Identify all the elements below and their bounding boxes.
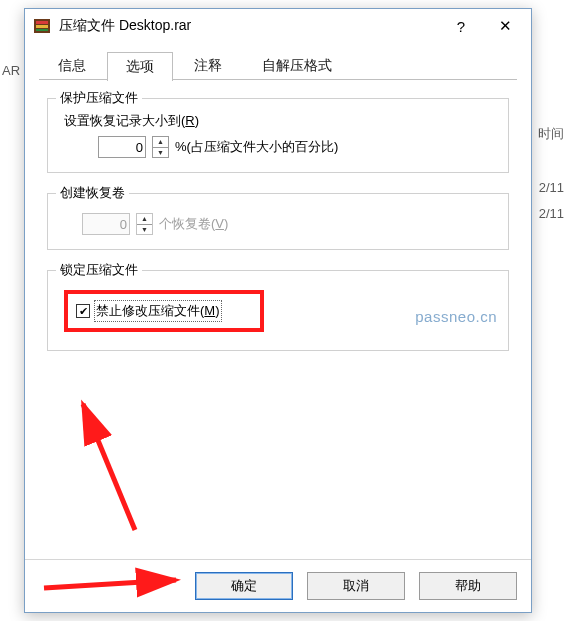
- group-protect-archive: 保护压缩文件 设置恢复记录大小到(R) ▲▼ %(占压缩文件大小的百分比): [47, 98, 509, 173]
- svg-rect-2: [36, 25, 48, 28]
- background-date-rows: 2/11 2/11: [539, 175, 564, 227]
- tab-options[interactable]: 选项: [107, 52, 173, 81]
- svg-rect-1: [36, 21, 48, 24]
- close-button[interactable]: ✕: [483, 11, 527, 41]
- group-title-recovery: 创建恢复卷: [56, 184, 129, 202]
- tab-content: 保护压缩文件 设置恢复记录大小到(R) ▲▼ %(占压缩文件大小的百分比) 创建…: [25, 80, 531, 559]
- group-lock-archive: 锁定压缩文件 ✔ 禁止修改压缩文件(M): [47, 270, 509, 351]
- ok-button[interactable]: 确定: [195, 572, 293, 600]
- cancel-button[interactable]: 取消: [307, 572, 405, 600]
- lock-archive-checkbox[interactable]: ✔: [76, 304, 90, 318]
- group-recovery-volumes: 创建恢复卷 ▲▼ 个恢复卷(V): [47, 193, 509, 250]
- svg-rect-3: [36, 29, 48, 31]
- dialog-title: 压缩文件 Desktop.rar: [59, 17, 439, 35]
- winrar-icon: [33, 17, 51, 35]
- help-button[interactable]: ?: [439, 11, 483, 41]
- svg-line-4: [83, 404, 135, 530]
- highlight-red-box: ✔ 禁止修改压缩文件(M): [64, 290, 264, 332]
- tab-strip: 信息 选项 注释 自解压格式: [25, 43, 531, 80]
- recovery-record-suffix: %(占压缩文件大小的百分比): [175, 138, 338, 156]
- group-title-protect: 保护压缩文件: [56, 89, 142, 107]
- dialog-button-row: 确定 取消 帮助: [25, 559, 531, 612]
- title-bar: 压缩文件 Desktop.rar ? ✕: [25, 9, 531, 43]
- tab-comment[interactable]: 注释: [175, 51, 241, 80]
- lock-archive-label[interactable]: 禁止修改压缩文件(M): [96, 302, 220, 320]
- recovery-volumes-input: [82, 213, 130, 235]
- recovery-volumes-spinner: ▲▼: [136, 213, 153, 235]
- tab-sfx[interactable]: 自解压格式: [243, 51, 351, 80]
- archive-properties-dialog: 压缩文件 Desktop.rar ? ✕ 信息 选项 注释 自解压格式 保护压缩…: [24, 8, 532, 613]
- help-button-bottom[interactable]: 帮助: [419, 572, 517, 600]
- background-column-header: 时间: [538, 125, 564, 143]
- recovery-record-input[interactable]: [98, 136, 146, 158]
- recovery-volumes-label: 个恢复卷(V): [159, 215, 228, 233]
- group-title-lock: 锁定压缩文件: [56, 261, 142, 279]
- annotation-arrow-to-checkbox: [65, 390, 185, 540]
- recovery-record-label: 设置恢复记录大小到(R): [64, 112, 492, 130]
- tab-info[interactable]: 信息: [39, 51, 105, 80]
- recovery-record-spinner[interactable]: ▲▼: [152, 136, 169, 158]
